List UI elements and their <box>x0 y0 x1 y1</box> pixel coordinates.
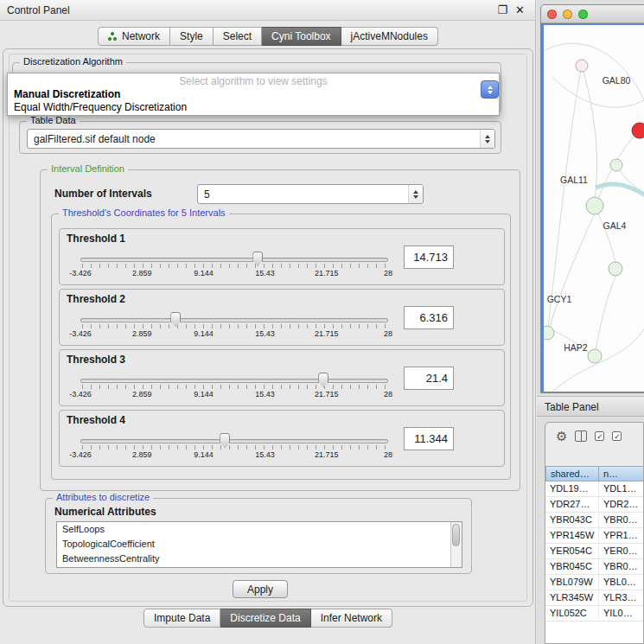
list-scrollbar-thumb[interactable] <box>452 524 460 546</box>
list-scrollbar[interactable] <box>450 522 462 567</box>
list-item[interactable]: SelfLoops <box>57 522 462 537</box>
table-data-group-label: Table Data <box>27 115 80 125</box>
threshold-4-slider[interactable] <box>80 433 388 450</box>
node-hap2[interactable] <box>588 349 602 363</box>
gear-icon[interactable]: ⚙ <box>556 430 567 443</box>
tab-select[interactable]: Select <box>214 27 262 46</box>
window-controls: ❐ ✕ <box>497 0 525 21</box>
table-cell[interactable]: YER054C <box>545 544 599 558</box>
list-item[interactable]: BetweennessCentrality <box>57 552 462 566</box>
table-row[interactable]: YBR043C YBR0… <box>545 513 644 528</box>
table-cell[interactable]: YBL079W <box>545 575 599 590</box>
table-cell[interactable]: YDR2… <box>599 497 644 512</box>
tick-labels: -3.426 2.859 9.144 15.43 21.715 28 <box>80 450 388 461</box>
table-row[interactable]: YBL079W YBL0… <box>545 575 644 590</box>
thresholds-group-label: Threshold's Coordinates for 5 Intervals <box>59 207 229 218</box>
threshold-3-row: Threshold 3 -3.426 2.859 9.144 15.43 21.… <box>59 349 505 406</box>
network-canvas[interactable]: GAL80 GAL11 GAL4 GCY1 HAP2 <box>544 25 644 392</box>
zoom-traffic-light-icon[interactable] <box>578 10 588 19</box>
select-all-checkbox-icon[interactable]: ✓ <box>595 431 604 441</box>
threshold-3-slider[interactable] <box>80 373 388 390</box>
table-row[interactable]: YDR27… YDR2… <box>545 497 644 513</box>
node-selected-red[interactable] <box>632 123 644 138</box>
float-window-icon[interactable]: ❐ <box>497 0 507 21</box>
thresholds-group: Threshold's Coordinates for 5 Intervals … <box>51 214 511 480</box>
select-none-checkbox-icon[interactable]: ✓ <box>612 431 622 441</box>
tick-label: 28 <box>384 450 392 459</box>
tab-style[interactable]: Style <box>170 27 214 46</box>
table-cell[interactable]: YPR145W <box>545 528 599 543</box>
table-data-combo[interactable]: galFiltered.sif default node <box>27 129 495 149</box>
slider-track[interactable] <box>80 258 388 262</box>
network-view-window: GAL80 GAL11 GAL4 GCY1 HAP2 <box>540 4 644 393</box>
column-header-name[interactable]: n… <box>599 466 644 481</box>
table-cell[interactable]: YIL0… <box>599 606 644 621</box>
network-icon <box>108 32 118 41</box>
number-of-intervals-combo[interactable]: 5 <box>197 184 424 204</box>
apply-button[interactable]: Apply <box>233 580 288 598</box>
tick-label: 21.715 <box>315 329 339 338</box>
table-cell[interactable]: YBR045C <box>545 559 599 574</box>
columns-icon[interactable] <box>575 430 587 442</box>
slider-track[interactable] <box>80 379 388 383</box>
table-cell[interactable]: YBR0… <box>599 559 644 574</box>
table-row[interactable]: YPR145W YPR1… <box>545 528 644 544</box>
close-window-icon[interactable]: ✕ <box>515 0 525 21</box>
column-header-shared-name[interactable]: shared… <box>545 466 599 481</box>
table-cell[interactable]: YLR345W <box>545 590 599 605</box>
highlighted-edge[interactable] <box>596 184 644 196</box>
table-row[interactable]: YER054C YER0… <box>545 544 644 559</box>
table-cell[interactable]: YER0… <box>599 544 644 558</box>
combo-stepper-icon[interactable] <box>408 185 423 203</box>
threshold-1-value-field[interactable]: 14.713 <box>404 245 454 269</box>
threshold-2-value-field[interactable]: 6.316 <box>404 306 454 329</box>
tab-impute-data[interactable]: Impute Data <box>143 609 220 628</box>
algorithm-option-equal-width[interactable]: Equal Width/Frequency Discretization <box>8 101 499 114</box>
table-row[interactable]: YIL052C YIL0… <box>545 606 644 622</box>
slider-track[interactable] <box>80 439 388 443</box>
tab-cyni-toolbox[interactable]: Cyni Toolbox <box>262 27 341 46</box>
tick-label: -3.426 <box>69 329 92 338</box>
list-item[interactable]: TopologicalCoefficient <box>57 537 462 552</box>
top-tab-bar: Network Style Select Cyni Toolbox jActiv… <box>0 27 536 46</box>
threshold-1-row: Threshold 1 -3.426 2.859 9.144 15.43 21.… <box>59 228 505 285</box>
tab-discretize-data[interactable]: Discretize Data <box>220 609 310 628</box>
node-gcy1[interactable] <box>544 326 554 340</box>
combo-stepper-icon[interactable] <box>480 130 494 148</box>
node-label-gal80: GAL80 <box>603 75 631 86</box>
threshold-2-slider[interactable] <box>80 312 388 329</box>
node-gal4[interactable] <box>586 197 603 214</box>
threshold-4-value-field[interactable]: 11.344 <box>404 427 454 450</box>
node-table: shared… n… YDL19… YDL1… YDR27… YDR2… YBR… <box>545 466 644 643</box>
node-mid[interactable] <box>609 262 622 276</box>
tab-jactivemnodules[interactable]: jActiveMNodules <box>341 27 438 46</box>
table-cell[interactable]: YBR0… <box>599 513 644 527</box>
threshold-1-slider[interactable] <box>80 252 388 269</box>
algorithm-option-manual[interactable]: Manual Discretization <box>8 88 499 101</box>
tab-infer-network[interactable]: Infer Network <box>311 609 392 628</box>
table-row[interactable]: YBR045C YBR0… <box>545 559 644 575</box>
threshold-2-label: Threshold 2 <box>67 293 125 305</box>
threshold-3-value-field[interactable]: 21.4 <box>404 367 454 390</box>
close-traffic-light-icon[interactable] <box>547 10 557 19</box>
table-cell[interactable]: YIL052C <box>545 606 599 621</box>
table-cell[interactable]: YBR043C <box>545 513 599 527</box>
tab-network[interactable]: Network <box>98 27 170 46</box>
table-cell[interactable]: YDL1… <box>599 481 644 496</box>
table-cell[interactable]: YLR3… <box>599 590 644 605</box>
table-panel-titlebar: Table Panel <box>537 396 644 417</box>
node-gal11-neighbor[interactable] <box>610 159 622 171</box>
threshold-4-row: Threshold 4 -3.426 2.859 9.144 15.43 21.… <box>59 410 505 467</box>
table-cell[interactable]: YDL19… <box>545 481 599 496</box>
table-cell[interactable]: YDR27… <box>545 497 599 512</box>
algorithm-combo-stepper-icon[interactable] <box>481 80 499 99</box>
table-cell[interactable]: YPR1… <box>599 528 644 543</box>
table-cell[interactable]: YBL0… <box>599 575 644 590</box>
table-row[interactable]: YLR345W YLR3… <box>545 590 644 606</box>
table-row[interactable]: YDL19… YDL1… <box>545 481 644 497</box>
slider-track[interactable] <box>80 318 388 322</box>
minimize-traffic-light-icon[interactable] <box>563 10 572 19</box>
tick-label: 2.859 <box>132 269 152 277</box>
algorithm-group-label: Discretization Algorithm <box>20 56 126 67</box>
node-gal80[interactable] <box>576 60 588 72</box>
